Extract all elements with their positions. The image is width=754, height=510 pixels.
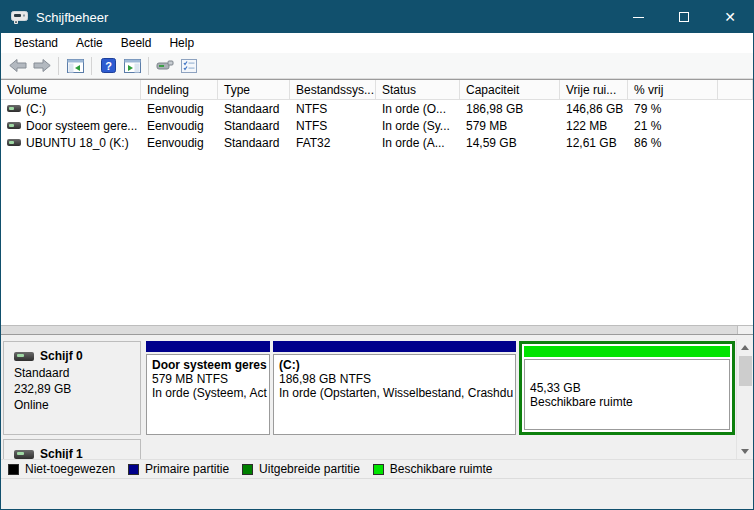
disk-size: 232,89 GB [4, 381, 140, 397]
volume-list: Volume Indeling Type Bestandssys... Stat… [1, 79, 753, 335]
cell-pct-vrij: 86 % [628, 136, 718, 150]
cell-indeling: Eenvoudig [141, 102, 218, 116]
vertical-scrollbar[interactable] [736, 339, 753, 459]
menu-beeld[interactable]: Beeld [112, 33, 161, 53]
column-header-pct-vrij[interactable]: % vrij [628, 80, 718, 99]
column-header-type[interactable]: Type [218, 80, 290, 99]
column-header-indeling[interactable]: Indeling [141, 80, 218, 99]
partition-title: (C:) [279, 358, 510, 372]
volume-list-header: Volume Indeling Type Bestandssys... Stat… [1, 80, 753, 100]
maximize-icon [679, 12, 689, 22]
help-icon[interactable]: ? [96, 55, 120, 77]
unallocated-swatch-icon [8, 464, 19, 475]
partition-c-drive[interactable]: (C:) 186,98 GB NTFS In orde (Opstarten, … [273, 341, 516, 435]
legend-item-free: Beschikbare ruimte [373, 462, 493, 476]
back-icon[interactable] [6, 55, 30, 77]
cell-bestandssysteem: NTFS [290, 119, 376, 133]
close-button[interactable]: ✕ [707, 1, 753, 33]
cell-indeling: Eenvoudig [141, 136, 218, 150]
status-bar [1, 478, 753, 509]
toolbar-separator [91, 57, 92, 75]
partition-system-reserved[interactable]: Door systeem geres 579 MB NTFS In orde (… [146, 341, 270, 435]
column-header-capaciteit[interactable]: Capaciteit [460, 80, 560, 99]
menu-bestand[interactable]: Bestand [5, 33, 67, 53]
legend-label: Primaire partitie [145, 462, 229, 476]
disk-0-info-cell[interactable]: Schijf 0 Standaard 232,89 GB Online [3, 341, 141, 435]
legend-bar: Niet-toegewezen Primaire partitie Uitgeb… [1, 459, 753, 478]
column-header-bestandssysteem[interactable]: Bestandssys... [290, 80, 376, 99]
scroll-up-icon[interactable] [737, 339, 754, 355]
disk-type: Standaard [4, 365, 140, 381]
cell-type: Standaard [218, 119, 290, 133]
volume-name: Door systeem gere... [26, 119, 137, 133]
minimize-button[interactable] [615, 1, 661, 33]
primary-partition-color-bar [273, 341, 516, 352]
partition-size: 186,98 GB NTFS [279, 372, 510, 386]
show-action-pane-icon[interactable] [120, 55, 144, 77]
graphical-view-pane: Schijf 0 Standaard 232,89 GB Online Door… [1, 339, 753, 459]
table-row[interactable]: Door systeem gere... Eenvoudig Standaard… [1, 117, 753, 134]
show-console-tree-icon[interactable] [63, 55, 87, 77]
column-header-status[interactable]: Status [376, 80, 460, 99]
forward-icon[interactable] [30, 55, 54, 77]
minimize-icon [633, 17, 644, 18]
rescan-disks-icon[interactable] [153, 55, 177, 77]
cell-capaciteit: 186,98 GB [460, 102, 560, 116]
column-header-vrije-ruimte[interactable]: Vrije rui... [560, 80, 628, 99]
primary-partition-swatch-icon [128, 464, 139, 475]
cell-vrije-ruimte: 146,86 GB [560, 102, 628, 116]
menu-actie[interactable]: Actie [67, 33, 112, 53]
disk-1-info-cell[interactable]: Schijf 1 [3, 439, 141, 459]
partition-title: Door systeem geres [152, 358, 264, 372]
close-icon: ✕ [724, 10, 736, 24]
disk-0-row: Schijf 0 Standaard 232,89 GB Online Door… [3, 341, 736, 435]
volume-name: UBUNTU 18_0 (K:) [26, 136, 129, 150]
disk-management-window: Schijfbeheer ✕ Bestand Actie Beeld Help [0, 0, 754, 510]
partition-free-space[interactable]: 45,33 GB Beschikbare ruimte [519, 341, 735, 435]
disk-name: Schijf 1 [40, 447, 83, 459]
volume-name: (C:) [26, 102, 46, 116]
table-row[interactable]: UBUNTU 18_0 (K:) Eenvoudig Standaard FAT… [1, 134, 753, 151]
scroll-down-icon[interactable] [737, 443, 754, 459]
legend-item-extended: Uitgebreide partitie [242, 462, 360, 476]
cell-indeling: Eenvoudig [141, 119, 218, 133]
free-space-swatch-icon [373, 464, 384, 475]
cell-pct-vrij: 79 % [628, 102, 718, 116]
legend-label: Beschikbare ruimte [390, 462, 493, 476]
cell-status: In orde (Sy... [376, 119, 460, 133]
menu-help[interactable]: Help [160, 33, 203, 53]
disk-drive-app-icon [11, 11, 28, 24]
toolbar: ? [1, 53, 753, 79]
free-space-label: Beschikbare ruimte [530, 395, 724, 409]
maximize-button[interactable] [661, 1, 707, 33]
legend-item-primary: Primaire partitie [128, 462, 229, 476]
title-bar: Schijfbeheer ✕ [1, 1, 753, 33]
table-row[interactable]: (C:) Eenvoudig Standaard NTFS In orde (O… [1, 100, 753, 117]
cell-vrije-ruimte: 122 MB [560, 119, 628, 133]
free-space-size: 45,33 GB [530, 381, 724, 395]
legend-label: Uitgebreide partitie [259, 462, 360, 476]
cell-bestandssysteem: NTFS [290, 102, 376, 116]
legend-item-unallocated: Niet-toegewezen [8, 462, 115, 476]
cell-status: In orde (A... [376, 136, 460, 150]
disk-icon [14, 450, 34, 459]
cell-status: In orde (O... [376, 102, 460, 116]
cell-capaciteit: 14,59 GB [460, 136, 560, 150]
horizontal-scrollbar-thumb[interactable] [1, 326, 738, 334]
svg-text:?: ? [105, 60, 112, 72]
partition-size: 579 MB NTFS [152, 372, 264, 386]
disk-name: Schijf 0 [40, 349, 83, 363]
partition-status: In orde (Opstarten, Wisselbestand, Crash… [279, 386, 510, 400]
disk-status: Online [4, 397, 140, 413]
horizontal-scrollbar[interactable] [1, 325, 753, 334]
toolbar-separator [58, 57, 59, 75]
partition-status: In orde (Systeem, Act [152, 386, 264, 400]
cell-type: Standaard [218, 102, 290, 116]
free-space-color-bar [524, 346, 730, 357]
column-header-volume[interactable]: Volume [1, 80, 141, 99]
cell-capaciteit: 579 MB [460, 119, 560, 133]
cell-pct-vrij: 21 % [628, 119, 718, 133]
vertical-scrollbar-thumb[interactable] [739, 356, 752, 386]
volume-icon [7, 139, 21, 146]
properties-icon[interactable] [177, 55, 201, 77]
